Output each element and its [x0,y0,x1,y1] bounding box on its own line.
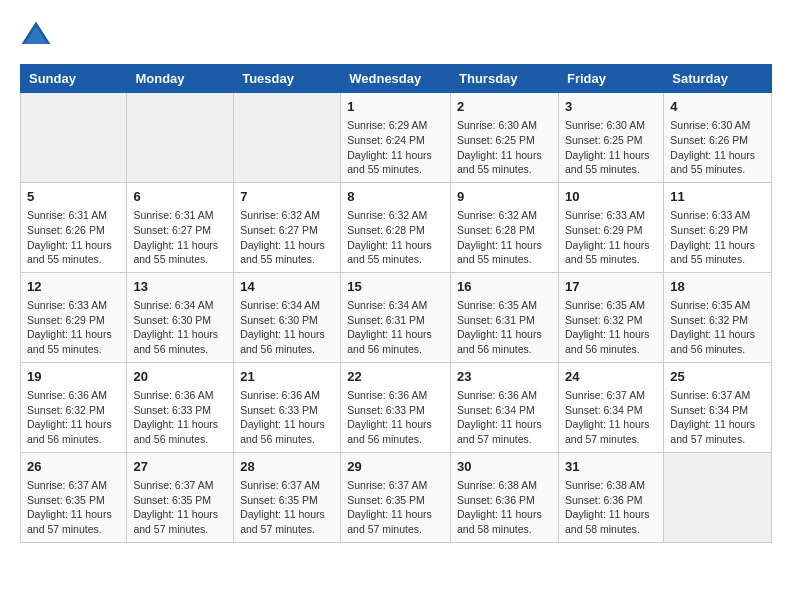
day-number: 22 [347,368,444,386]
day-info: Sunrise: 6:30 AM Sunset: 6:25 PM Dayligh… [457,118,552,177]
day-info: Sunrise: 6:30 AM Sunset: 6:26 PM Dayligh… [670,118,765,177]
day-info: Sunrise: 6:37 AM Sunset: 6:35 PM Dayligh… [347,478,444,537]
calendar-cell: 18Sunrise: 6:35 AM Sunset: 6:32 PM Dayli… [664,272,772,362]
day-info: Sunrise: 6:29 AM Sunset: 6:24 PM Dayligh… [347,118,444,177]
day-number: 27 [133,458,227,476]
calendar-cell: 22Sunrise: 6:36 AM Sunset: 6:33 PM Dayli… [341,362,451,452]
calendar-cell: 23Sunrise: 6:36 AM Sunset: 6:34 PM Dayli… [451,362,559,452]
calendar-cell: 2Sunrise: 6:30 AM Sunset: 6:25 PM Daylig… [451,93,559,183]
day-info: Sunrise: 6:33 AM Sunset: 6:29 PM Dayligh… [670,208,765,267]
day-info: Sunrise: 6:36 AM Sunset: 6:34 PM Dayligh… [457,388,552,447]
calendar-cell: 16Sunrise: 6:35 AM Sunset: 6:31 PM Dayli… [451,272,559,362]
day-info: Sunrise: 6:37 AM Sunset: 6:34 PM Dayligh… [670,388,765,447]
calendar-cell: 25Sunrise: 6:37 AM Sunset: 6:34 PM Dayli… [664,362,772,452]
day-number: 15 [347,278,444,296]
day-info: Sunrise: 6:34 AM Sunset: 6:31 PM Dayligh… [347,298,444,357]
day-info: Sunrise: 6:31 AM Sunset: 6:27 PM Dayligh… [133,208,227,267]
calendar-day-header: Sunday [21,65,127,93]
day-number: 25 [670,368,765,386]
day-number: 16 [457,278,552,296]
logo [20,20,54,48]
day-number: 30 [457,458,552,476]
day-number: 14 [240,278,334,296]
calendar-cell: 26Sunrise: 6:37 AM Sunset: 6:35 PM Dayli… [21,452,127,542]
calendar-week-row: 26Sunrise: 6:37 AM Sunset: 6:35 PM Dayli… [21,452,772,542]
calendar-cell: 14Sunrise: 6:34 AM Sunset: 6:30 PM Dayli… [234,272,341,362]
day-number: 3 [565,98,657,116]
logo-icon [20,20,52,48]
day-number: 13 [133,278,227,296]
calendar-day-header: Wednesday [341,65,451,93]
calendar-cell: 27Sunrise: 6:37 AM Sunset: 6:35 PM Dayli… [127,452,234,542]
day-info: Sunrise: 6:34 AM Sunset: 6:30 PM Dayligh… [133,298,227,357]
day-number: 7 [240,188,334,206]
calendar-cell: 19Sunrise: 6:36 AM Sunset: 6:32 PM Dayli… [21,362,127,452]
calendar-cell: 30Sunrise: 6:38 AM Sunset: 6:36 PM Dayli… [451,452,559,542]
calendar-cell: 31Sunrise: 6:38 AM Sunset: 6:36 PM Dayli… [558,452,663,542]
calendar-week-row: 12Sunrise: 6:33 AM Sunset: 6:29 PM Dayli… [21,272,772,362]
calendar-day-header: Thursday [451,65,559,93]
calendar-cell: 13Sunrise: 6:34 AM Sunset: 6:30 PM Dayli… [127,272,234,362]
calendar-cell [21,93,127,183]
day-number: 26 [27,458,120,476]
day-number: 19 [27,368,120,386]
calendar-cell: 1Sunrise: 6:29 AM Sunset: 6:24 PM Daylig… [341,93,451,183]
calendar-day-header: Monday [127,65,234,93]
day-info: Sunrise: 6:35 AM Sunset: 6:32 PM Dayligh… [565,298,657,357]
calendar-cell: 12Sunrise: 6:33 AM Sunset: 6:29 PM Dayli… [21,272,127,362]
day-number: 24 [565,368,657,386]
day-number: 11 [670,188,765,206]
calendar-cell: 15Sunrise: 6:34 AM Sunset: 6:31 PM Dayli… [341,272,451,362]
day-info: Sunrise: 6:37 AM Sunset: 6:35 PM Dayligh… [133,478,227,537]
day-number: 18 [670,278,765,296]
day-number: 23 [457,368,552,386]
calendar-cell: 4Sunrise: 6:30 AM Sunset: 6:26 PM Daylig… [664,93,772,183]
calendar-cell: 20Sunrise: 6:36 AM Sunset: 6:33 PM Dayli… [127,362,234,452]
day-number: 8 [347,188,444,206]
day-number: 20 [133,368,227,386]
day-info: Sunrise: 6:35 AM Sunset: 6:31 PM Dayligh… [457,298,552,357]
day-info: Sunrise: 6:32 AM Sunset: 6:28 PM Dayligh… [457,208,552,267]
day-info: Sunrise: 6:30 AM Sunset: 6:25 PM Dayligh… [565,118,657,177]
calendar-cell: 9Sunrise: 6:32 AM Sunset: 6:28 PM Daylig… [451,182,559,272]
day-number: 12 [27,278,120,296]
calendar-day-header: Friday [558,65,663,93]
day-number: 1 [347,98,444,116]
day-number: 2 [457,98,552,116]
day-number: 10 [565,188,657,206]
page-header [20,20,772,48]
day-info: Sunrise: 6:36 AM Sunset: 6:33 PM Dayligh… [347,388,444,447]
calendar-day-header: Saturday [664,65,772,93]
day-number: 31 [565,458,657,476]
calendar-cell [234,93,341,183]
calendar-cell: 28Sunrise: 6:37 AM Sunset: 6:35 PM Dayli… [234,452,341,542]
day-info: Sunrise: 6:38 AM Sunset: 6:36 PM Dayligh… [457,478,552,537]
day-info: Sunrise: 6:36 AM Sunset: 6:32 PM Dayligh… [27,388,120,447]
calendar-week-row: 1Sunrise: 6:29 AM Sunset: 6:24 PM Daylig… [21,93,772,183]
calendar-cell: 29Sunrise: 6:37 AM Sunset: 6:35 PM Dayli… [341,452,451,542]
calendar-cell: 3Sunrise: 6:30 AM Sunset: 6:25 PM Daylig… [558,93,663,183]
calendar-header-row: SundayMondayTuesdayWednesdayThursdayFrid… [21,65,772,93]
calendar-week-row: 19Sunrise: 6:36 AM Sunset: 6:32 PM Dayli… [21,362,772,452]
day-info: Sunrise: 6:37 AM Sunset: 6:34 PM Dayligh… [565,388,657,447]
calendar-cell: 5Sunrise: 6:31 AM Sunset: 6:26 PM Daylig… [21,182,127,272]
day-number: 17 [565,278,657,296]
calendar-cell: 8Sunrise: 6:32 AM Sunset: 6:28 PM Daylig… [341,182,451,272]
day-info: Sunrise: 6:34 AM Sunset: 6:30 PM Dayligh… [240,298,334,357]
calendar-table: SundayMondayTuesdayWednesdayThursdayFrid… [20,64,772,543]
calendar-week-row: 5Sunrise: 6:31 AM Sunset: 6:26 PM Daylig… [21,182,772,272]
calendar-cell: 11Sunrise: 6:33 AM Sunset: 6:29 PM Dayli… [664,182,772,272]
day-number: 29 [347,458,444,476]
calendar-day-header: Tuesday [234,65,341,93]
day-info: Sunrise: 6:35 AM Sunset: 6:32 PM Dayligh… [670,298,765,357]
day-number: 5 [27,188,120,206]
day-info: Sunrise: 6:37 AM Sunset: 6:35 PM Dayligh… [240,478,334,537]
day-number: 9 [457,188,552,206]
calendar-cell: 24Sunrise: 6:37 AM Sunset: 6:34 PM Dayli… [558,362,663,452]
day-info: Sunrise: 6:33 AM Sunset: 6:29 PM Dayligh… [27,298,120,357]
calendar-cell: 21Sunrise: 6:36 AM Sunset: 6:33 PM Dayli… [234,362,341,452]
calendar-cell: 7Sunrise: 6:32 AM Sunset: 6:27 PM Daylig… [234,182,341,272]
calendar-cell: 17Sunrise: 6:35 AM Sunset: 6:32 PM Dayli… [558,272,663,362]
day-number: 4 [670,98,765,116]
day-info: Sunrise: 6:32 AM Sunset: 6:27 PM Dayligh… [240,208,334,267]
